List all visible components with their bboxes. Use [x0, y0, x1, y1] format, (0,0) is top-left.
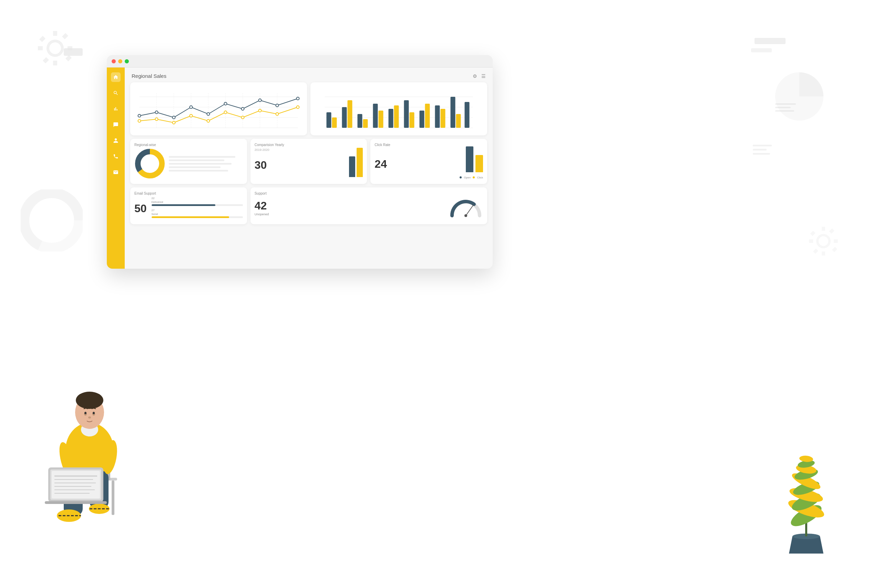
main-content: Regional Sales ⚙ ☰: [125, 68, 493, 268]
settings-icon[interactable]: ⚙: [473, 74, 477, 79]
click-legend: Open Click: [460, 174, 483, 180]
menu-icon[interactable]: ☰: [481, 74, 486, 79]
header-icons: ⚙ ☰: [473, 74, 486, 79]
send-progress: 27 Send: [152, 209, 243, 218]
svg-point-33: [276, 112, 279, 116]
sidebar-item-mail[interactable]: [111, 167, 121, 177]
svg-point-27: [172, 121, 176, 124]
bottom-left-pie-icon: [21, 189, 82, 252]
top-right-pie-icon: [772, 69, 827, 124]
sidebar-item-analytics[interactable]: [111, 104, 121, 114]
sidebar-item-chat[interactable]: [111, 120, 121, 129]
delivered-fill: [152, 204, 216, 206]
svg-point-21: [242, 108, 244, 110]
svg-point-2: [775, 72, 824, 120]
gauge-svg: [448, 197, 483, 219]
donut-chart-svg: [134, 148, 165, 179]
svg-point-26: [155, 118, 158, 120]
click-legend-item: Click: [473, 174, 483, 180]
svg-point-30: [224, 111, 227, 114]
svg-rect-46: [379, 111, 384, 128]
svg-rect-43: [358, 114, 363, 128]
comparison-card: Comparision Yearly 2019-2020 30: [250, 139, 367, 184]
svg-rect-55: [451, 97, 456, 128]
window-dot-green[interactable]: [125, 59, 129, 63]
window-dot-red[interactable]: [112, 59, 116, 63]
top-left-gear-icon: [34, 27, 76, 69]
svg-point-34: [297, 106, 299, 108]
support-left: 42 Unopened: [255, 200, 269, 216]
regional-title: Regional-wise: [134, 143, 243, 147]
send-fill: [152, 216, 229, 218]
svg-rect-66: [112, 480, 114, 515]
support-value: 42: [255, 200, 269, 211]
svg-rect-49: [404, 100, 409, 128]
svg-point-31: [242, 116, 244, 119]
comparison-title: Comparision Yearly: [255, 143, 363, 147]
float-lines: [775, 104, 796, 112]
svg-rect-51: [420, 111, 424, 128]
svg-point-29: [207, 120, 210, 122]
support-sublabel: Unopened: [255, 213, 269, 216]
svg-point-82: [88, 417, 91, 418]
svg-point-15: [138, 114, 141, 117]
svg-point-61: [143, 157, 157, 171]
regional-legend: [169, 156, 243, 171]
sidebar-item-home[interactable]: [111, 72, 121, 82]
svg-rect-41: [342, 107, 347, 128]
float-rect-1: [64, 48, 82, 56]
svg-rect-57: [465, 102, 470, 128]
svg-point-24: [297, 97, 299, 100]
svg-point-32: [259, 109, 261, 112]
svg-point-19: [207, 112, 210, 116]
regional-content: [134, 148, 243, 179]
comparison-bars: [349, 153, 363, 177]
sidebar-item-profile[interactable]: [111, 136, 121, 146]
svg-point-18: [190, 106, 193, 108]
delivered-label: Delivered: [152, 201, 243, 204]
email-support-inner: 50 22 Delivered: [134, 197, 243, 220]
svg-point-16: [155, 111, 158, 114]
sidebar-item-search[interactable]: [111, 88, 121, 98]
bar-chart-card: [310, 82, 487, 135]
comparison-inner: 30: [255, 153, 363, 177]
sidebar: [107, 68, 125, 268]
click-rate-chart: Open Click: [460, 148, 483, 180]
dashboard-window: Regional Sales ⚙ ☰: [107, 55, 493, 268]
svg-rect-39: [327, 112, 332, 128]
send-count: 27: [152, 209, 155, 212]
window-titlebar: [107, 55, 493, 68]
svg-rect-45: [373, 104, 378, 128]
comparison-subtitle: 2019-2020: [255, 148, 363, 152]
page-title: Regional Sales: [132, 73, 166, 79]
svg-point-63: [464, 214, 467, 217]
svg-point-0: [24, 193, 79, 248]
comparison-value: 30: [255, 159, 267, 171]
support-title: Support: [255, 192, 483, 195]
send-label: Send: [152, 213, 243, 216]
svg-rect-48: [394, 105, 399, 128]
bar-chart-svg: [315, 90, 483, 131]
svg-rect-54: [441, 109, 446, 128]
svg-rect-44: [363, 119, 368, 128]
charts-top-row: [130, 82, 487, 135]
svg-point-28: [190, 114, 193, 117]
svg-point-77: [76, 392, 104, 409]
svg-rect-50: [410, 112, 414, 128]
email-support-title: Email Support: [134, 192, 243, 195]
sidebar-item-phone[interactable]: [111, 152, 121, 161]
svg-rect-56: [456, 114, 461, 128]
support-card: Support 42 Unopened: [250, 188, 487, 224]
svg-point-17: [172, 116, 176, 119]
svg-rect-40: [332, 117, 337, 128]
send-track: [152, 216, 243, 218]
right-mid-gear-icon: [806, 224, 841, 258]
window-dot-yellow[interactable]: [118, 59, 122, 63]
delivered-progress: 22 Delivered: [152, 197, 243, 206]
email-support-value: 50: [134, 203, 147, 214]
svg-rect-95: [45, 501, 107, 504]
svg-rect-47: [388, 109, 393, 128]
click-rate-card: Click Rate 24 Open: [370, 139, 487, 184]
top-right-rect-1: [754, 38, 786, 44]
svg-point-25: [138, 120, 141, 122]
